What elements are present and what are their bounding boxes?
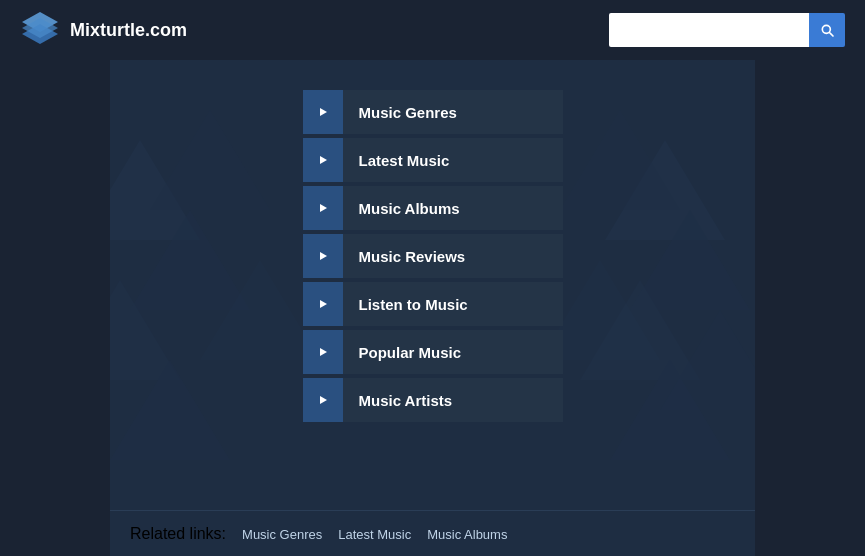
related-link-rel-music-genres[interactable]: Music Genres: [242, 527, 322, 542]
menu-arrow-music-genres: [303, 90, 343, 134]
menu-arrow-latest-music: [303, 138, 343, 182]
menu-item-listen-to-music[interactable]: Listen to Music: [303, 282, 563, 326]
menu-item-music-artists[interactable]: Music Artists: [303, 378, 563, 422]
menu-arrow-popular-music: [303, 330, 343, 374]
menu-item-music-reviews[interactable]: Music Reviews: [303, 234, 563, 278]
search-button[interactable]: [809, 13, 845, 47]
svg-marker-17: [320, 156, 327, 164]
related-link-rel-music-albums[interactable]: Music Albums: [427, 527, 507, 542]
menu-item-popular-music[interactable]: Popular Music: [303, 330, 563, 374]
menu-arrow-music-reviews: [303, 234, 343, 278]
menu-item-music-genres[interactable]: Music Genres: [303, 90, 563, 134]
menu-container: Music GenresLatest MusicMusic AlbumsMusi…: [110, 60, 755, 452]
menu-arrow-music-albums: [303, 186, 343, 230]
svg-marker-21: [320, 348, 327, 356]
play-icon: [318, 395, 328, 405]
main-content: Music GenresLatest MusicMusic AlbumsMusi…: [110, 60, 755, 510]
play-icon: [318, 347, 328, 357]
header: Mixturtle.com: [0, 0, 865, 60]
play-icon: [318, 155, 328, 165]
menu-label-latest-music: Latest Music: [343, 152, 450, 169]
play-icon: [318, 203, 328, 213]
menu-label-popular-music: Popular Music: [343, 344, 462, 361]
play-icon: [318, 299, 328, 309]
svg-marker-18: [320, 204, 327, 212]
logo-icon: [20, 10, 60, 50]
svg-marker-16: [320, 108, 327, 116]
search-area: [609, 13, 845, 47]
play-icon: [318, 251, 328, 261]
related-links-bar: Related links: Music GenresLatest MusicM…: [110, 510, 755, 556]
menu-label-music-artists: Music Artists: [343, 392, 453, 409]
related-links-label: Related links:: [130, 525, 226, 543]
menu-arrow-listen-to-music: [303, 282, 343, 326]
menu-label-listen-to-music: Listen to Music: [343, 296, 468, 313]
menu-label-music-genres: Music Genres: [343, 104, 457, 121]
svg-marker-20: [320, 300, 327, 308]
logo-area: Mixturtle.com: [20, 10, 187, 50]
menu-label-music-reviews: Music Reviews: [343, 248, 466, 265]
menu-label-music-albums: Music Albums: [343, 200, 460, 217]
menu-item-latest-music[interactable]: Latest Music: [303, 138, 563, 182]
site-title: Mixturtle.com: [70, 20, 187, 41]
svg-marker-19: [320, 252, 327, 260]
related-link-rel-latest-music[interactable]: Latest Music: [338, 527, 411, 542]
search-icon: [819, 22, 835, 38]
svg-marker-22: [320, 396, 327, 404]
search-input[interactable]: [609, 13, 809, 47]
play-icon: [318, 107, 328, 117]
menu-arrow-music-artists: [303, 378, 343, 422]
menu-item-music-albums[interactable]: Music Albums: [303, 186, 563, 230]
